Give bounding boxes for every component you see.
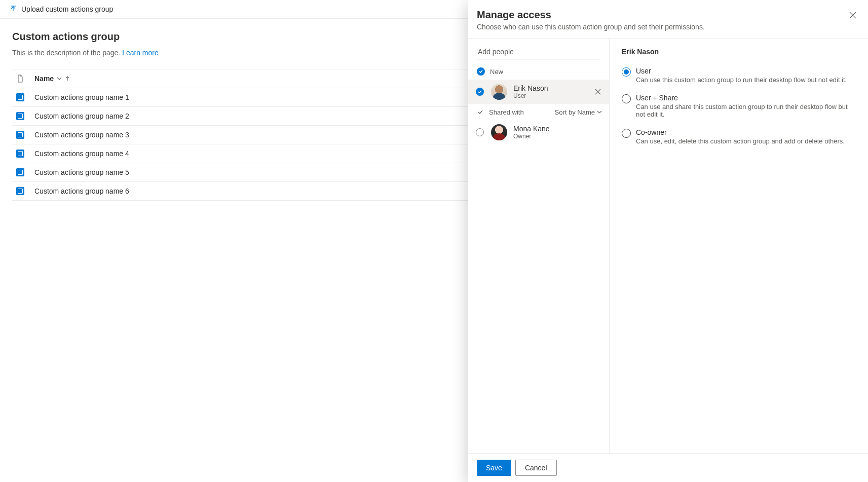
group-icon bbox=[16, 131, 24, 139]
permission-title: User bbox=[636, 67, 847, 75]
permissions-column: Erik Nason User Can use this custom acti… bbox=[610, 39, 868, 453]
section-shared-with: Shared with Sort by Name bbox=[468, 104, 609, 120]
sort-label: Sort by Name bbox=[555, 108, 595, 116]
upload-icon bbox=[9, 5, 17, 13]
permission-option-user_share[interactable]: User + Share Can use and share this cust… bbox=[622, 90, 856, 124]
group-icon bbox=[16, 187, 24, 195]
row-icon-cell bbox=[12, 88, 34, 107]
save-button[interactable]: Save bbox=[477, 460, 511, 476]
panel-body: New Erik Nason User Shared with Sort by … bbox=[468, 39, 868, 453]
row-icon-cell bbox=[12, 107, 34, 126]
permissions-heading: Erik Nason bbox=[622, 48, 856, 56]
row-icon-cell bbox=[12, 182, 34, 201]
add-people-input[interactable] bbox=[477, 45, 600, 59]
section-new[interactable]: New bbox=[468, 63, 609, 80]
close-icon bbox=[595, 89, 601, 95]
radio-icon bbox=[622, 67, 631, 77]
manage-access-panel: Manage access Choose who can use this cu… bbox=[468, 0, 868, 482]
col-icon bbox=[12, 69, 34, 88]
remove-person-button[interactable] bbox=[593, 87, 603, 97]
row-icon-cell bbox=[12, 144, 34, 163]
cancel-button[interactable]: Cancel bbox=[515, 460, 557, 476]
row-icon-cell bbox=[12, 126, 34, 144]
avatar bbox=[491, 124, 507, 140]
sort-button[interactable]: Sort by Name bbox=[555, 108, 602, 116]
row-icon-cell bbox=[12, 163, 34, 182]
panel-title: Manage access bbox=[477, 9, 856, 21]
unselected-radio-icon bbox=[476, 128, 484, 136]
upload-label: Upload custom actions group bbox=[21, 5, 113, 13]
add-people-field bbox=[477, 45, 600, 59]
radio-icon bbox=[622, 129, 631, 138]
panel-footer: Save Cancel bbox=[468, 453, 868, 482]
avatar bbox=[491, 84, 507, 100]
group-icon bbox=[16, 168, 24, 176]
checkmark-badge-icon bbox=[476, 88, 484, 96]
permission-option-user[interactable]: User Can use this custom action group to… bbox=[622, 63, 856, 90]
group-icon bbox=[16, 93, 24, 101]
sort-asc-icon bbox=[65, 76, 70, 81]
checkmark-icon bbox=[477, 108, 484, 116]
close-button[interactable] bbox=[845, 7, 861, 23]
learn-more-link[interactable]: Learn more bbox=[122, 49, 159, 57]
person-name: Erik Nason bbox=[513, 84, 548, 92]
panel-subtitle: Choose who can use this custom action gr… bbox=[477, 23, 856, 31]
person-role: Owner bbox=[513, 133, 550, 140]
person-row[interactable]: Erik Nason User bbox=[468, 80, 609, 104]
permission-desc: Can use this custom action group to run … bbox=[636, 76, 847, 84]
chevron-down-icon bbox=[57, 76, 62, 81]
group-icon bbox=[16, 112, 24, 120]
radio-icon bbox=[622, 94, 631, 103]
panel-header: Manage access Choose who can use this cu… bbox=[468, 0, 868, 39]
person-row[interactable]: Mona Kane Owner bbox=[468, 120, 609, 144]
people-column: New Erik Nason User Shared with Sort by … bbox=[468, 39, 610, 453]
chevron-down-icon bbox=[597, 109, 602, 115]
person-role: User bbox=[513, 92, 548, 99]
permission-desc: Can use, edit, delete this custom action… bbox=[636, 137, 845, 145]
upload-button[interactable]: Upload custom actions group bbox=[9, 5, 113, 13]
permission-option-coowner[interactable]: Co-owner Can use, edit, delete this cust… bbox=[622, 124, 856, 151]
document-icon bbox=[16, 75, 24, 83]
group-icon bbox=[16, 150, 24, 158]
col-name-label: Name bbox=[34, 75, 54, 83]
permission-title: Co-owner bbox=[636, 128, 845, 136]
person-name: Mona Kane bbox=[513, 125, 550, 133]
permission-title: User + Share bbox=[636, 94, 856, 102]
permission-desc: Can use and share this custom action gro… bbox=[636, 103, 856, 118]
checkmark-badge-icon bbox=[477, 67, 485, 76]
section-shared-label: Shared with bbox=[489, 108, 524, 116]
close-icon bbox=[849, 12, 856, 19]
page-description-text: This is the description of the page. bbox=[12, 49, 120, 57]
section-new-label: New bbox=[490, 68, 503, 76]
